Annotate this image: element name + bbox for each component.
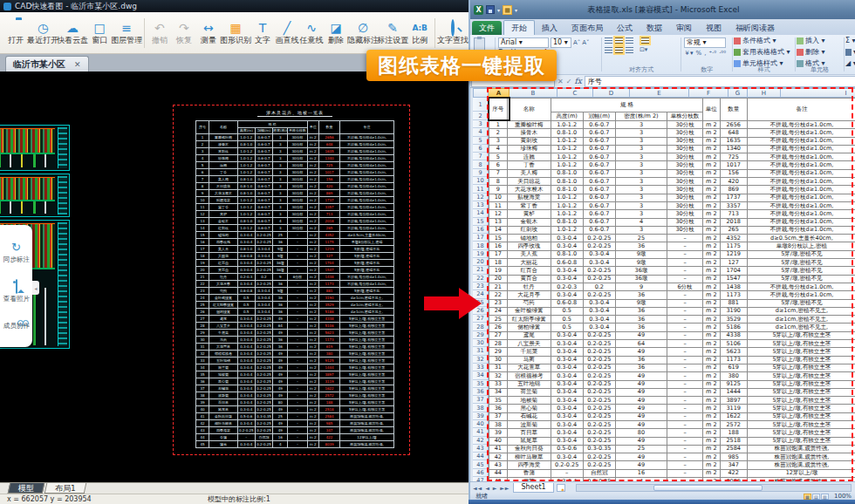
cell[interactable]: 9 bbox=[489, 186, 508, 194]
cell[interactable]: 713 bbox=[720, 210, 747, 218]
cell[interactable]: m 2 bbox=[703, 186, 720, 194]
cell[interactable]: 5芽/墩,密植不见 bbox=[747, 299, 855, 307]
cell[interactable]: 3 bbox=[489, 137, 508, 145]
cell[interactable]: 不拼栽,每分枝d≥1.0cm, bbox=[747, 153, 855, 161]
cell[interactable]: 0.2-0.25 bbox=[583, 356, 615, 364]
select-all-corner[interactable] bbox=[473, 88, 489, 98]
cell[interactable]: m 2 bbox=[703, 437, 720, 445]
header-qty[interactable]: 数量 bbox=[720, 99, 747, 121]
cell[interactable]: 地被菊 bbox=[507, 397, 551, 405]
row-header-16[interactable]: 16 bbox=[473, 226, 489, 234]
cell[interactable]: 49 bbox=[616, 420, 667, 428]
align-middle-icon[interactable] bbox=[615, 37, 623, 44]
cell[interactable]: 9125 bbox=[720, 380, 747, 388]
cell[interactable]: d≥1cm,密植不见土, bbox=[747, 316, 855, 324]
horizontal-scrollbar[interactable] bbox=[576, 484, 852, 492]
cell[interactable]: 鼠尾草 bbox=[507, 437, 551, 445]
row-header-15[interactable]: 15 bbox=[473, 218, 489, 226]
cell[interactable]: 19 bbox=[489, 267, 508, 275]
cell[interactable]: 0.6-0.7 bbox=[583, 137, 615, 145]
cell[interactable]: 0.3-0.4 bbox=[551, 412, 583, 420]
cell[interactable]: 3 bbox=[616, 153, 667, 161]
cell[interactable]: 不拼栽,每分枝d≥1.0cm, bbox=[747, 178, 855, 186]
cell[interactable]: m 2 bbox=[703, 420, 720, 428]
row-header-22[interactable]: 22 bbox=[473, 275, 489, 283]
cell[interactable]: 30分枝 bbox=[667, 145, 702, 153]
row-header-31[interactable]: 31 bbox=[473, 347, 489, 355]
cell[interactable]: 3 bbox=[616, 178, 667, 186]
cell[interactable]: 30 bbox=[489, 356, 508, 364]
cell[interactable]: – bbox=[667, 331, 702, 339]
ribbon-tab-6[interactable]: 数据 bbox=[640, 21, 669, 35]
cell[interactable]: – bbox=[667, 356, 702, 364]
cell[interactable]: 5芽以上/墩,有独立主茎 bbox=[747, 348, 855, 356]
cell[interactable]: 不拼栽,每分枝d≥1.0cm, bbox=[747, 283, 855, 290]
comma-style-icon[interactable]: , bbox=[704, 50, 706, 57]
toolbar-cloud-drive-button[interactable]: ☁快看云盘 bbox=[58, 14, 87, 52]
cell[interactable]: 2018 bbox=[720, 218, 747, 226]
cell[interactable]: 9墩 bbox=[616, 299, 667, 307]
cell[interactable]: 265 bbox=[720, 226, 747, 234]
cell[interactable]: 36 bbox=[616, 316, 667, 324]
cell[interactable]: 0.3-0.4 bbox=[551, 372, 583, 380]
cell[interactable]: 1737 bbox=[720, 194, 747, 201]
panel-collapse-icon[interactable]: ◂ bbox=[32, 281, 39, 295]
cell[interactable]: 不拼栽,每分枝d≥1.0cm, bbox=[747, 291, 855, 299]
cell[interactable]: 25 bbox=[616, 445, 667, 453]
cell[interactable]: m 2 bbox=[703, 388, 720, 396]
cell[interactable]: 39 bbox=[489, 429, 508, 437]
cell[interactable]: 188 bbox=[720, 429, 747, 437]
cell[interactable]: 0.8-1.0 bbox=[551, 186, 583, 194]
cell[interactable]: – bbox=[667, 348, 702, 356]
cell[interactable]: 3119 bbox=[720, 405, 747, 412]
column-header-A[interactable]: A bbox=[489, 88, 510, 98]
cell[interactable]: 0.2-0.25 bbox=[583, 291, 615, 299]
ribbon-tab-1[interactable]: 文件 bbox=[472, 21, 502, 35]
cell[interactable]: 0.3-0.4 bbox=[551, 348, 583, 356]
cell[interactable]: – bbox=[667, 388, 702, 396]
cell[interactable]: 5芽/墩,密植不见 bbox=[747, 250, 855, 258]
cell[interactable]: 49 bbox=[616, 388, 667, 396]
cell[interactable]: 36 bbox=[616, 242, 667, 250]
toolbar-text-search-button[interactable]: 文字查找 bbox=[438, 14, 468, 52]
cell[interactable]: 3529 bbox=[720, 316, 747, 324]
cell[interactable]: 0.6-0.7 bbox=[583, 129, 615, 137]
header-height[interactable]: 高度(m) bbox=[551, 112, 583, 121]
cell[interactable]: 0.3-0.4 bbox=[551, 356, 583, 364]
cell[interactable]: m 2 bbox=[703, 469, 720, 477]
cell[interactable]: 5芽以上/墩,有独立主茎 bbox=[747, 380, 855, 388]
cell[interactable]: 881 bbox=[720, 299, 747, 307]
cell[interactable]: 0.6-0.7 bbox=[583, 161, 615, 169]
cell[interactable]: 美人蕉 bbox=[507, 250, 551, 258]
cancel-icon[interactable]: ✕ bbox=[557, 78, 564, 85]
undo-dropdown-icon[interactable]: ▾ bbox=[497, 7, 500, 13]
cell[interactable]: – bbox=[667, 316, 702, 324]
cells-button-2[interactable]: 删除 ▾ bbox=[797, 46, 843, 58]
cell[interactable]: 黄百合 bbox=[507, 275, 551, 283]
cell[interactable]: 30分枝 bbox=[667, 194, 702, 201]
cell[interactable]: 27 bbox=[489, 331, 508, 339]
cell[interactable]: 珍珠梅 bbox=[507, 145, 551, 153]
increase-decimal-icon[interactable]: ⁺·⁰ bbox=[708, 50, 716, 57]
cell[interactable]: 0.2-0.25 bbox=[583, 461, 615, 469]
toolbar-delete-button[interactable]: ◪删除 bbox=[324, 14, 348, 52]
row-header-34[interactable]: 34 bbox=[473, 371, 489, 379]
cell[interactable]: 43 bbox=[489, 461, 508, 469]
cell[interactable]: 黄栌 bbox=[507, 210, 551, 218]
cell[interactable]: 0.3-0.4 bbox=[583, 316, 615, 324]
ribbon-tab-8[interactable]: 视图 bbox=[699, 21, 728, 35]
cell[interactable]: 30分枝 bbox=[667, 153, 702, 161]
row-header-2[interactable]: 2 bbox=[473, 112, 489, 120]
cell[interactable]: 美人梅 bbox=[507, 169, 551, 177]
cell[interactable]: m 2 bbox=[703, 283, 720, 290]
cell[interactable]: 黑心菊 bbox=[507, 405, 551, 412]
row-header-33[interactable]: 33 bbox=[473, 364, 489, 371]
cell[interactable]: 25 bbox=[489, 316, 508, 324]
cell[interactable]: m 2 bbox=[703, 397, 720, 405]
save-icon[interactable] bbox=[486, 5, 495, 14]
cell[interactable]: 0.8-1.0 bbox=[551, 250, 583, 258]
cell[interactable]: 36 bbox=[616, 356, 667, 364]
column-header-I[interactable]: I bbox=[781, 88, 855, 98]
sheet-tab-sheet1[interactable]: Sheet1 bbox=[513, 483, 553, 493]
cell[interactable]: 0.2 bbox=[583, 283, 615, 290]
